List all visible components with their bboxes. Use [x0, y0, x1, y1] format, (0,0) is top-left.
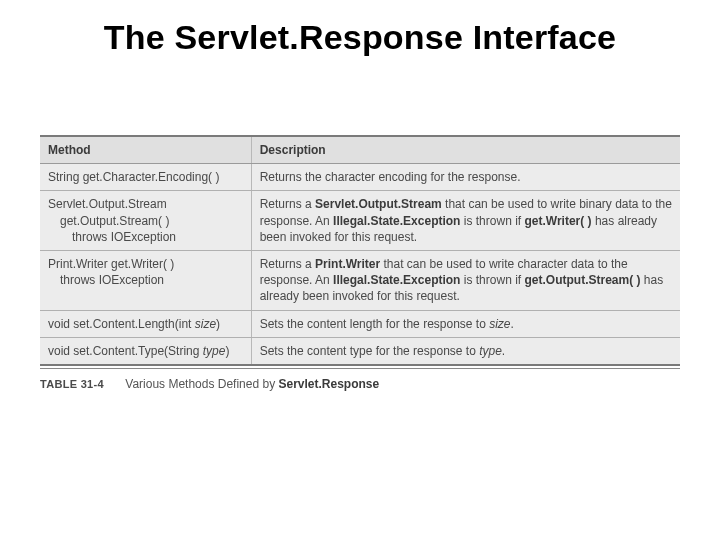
desc-text: Sets the content type for the response t… [260, 344, 479, 358]
desc-bold: Print.Writer [315, 257, 380, 271]
method-cell: Servlet.Output.Stream get.Output.Stream(… [40, 191, 251, 251]
method-line: ) [225, 344, 229, 358]
method-line: void set.Content.Type(String [48, 344, 203, 358]
caption-text: Various Methods Defined by [125, 377, 278, 391]
desc-text: Returns the character encoding for the r… [260, 170, 521, 184]
method-line: String get.Character.Encoding( ) [48, 170, 219, 184]
desc-text: Returns a [260, 197, 315, 211]
col-header-method: Method [40, 136, 251, 164]
caption-label: Table 31-4 [40, 378, 104, 390]
api-table: Method Description String get.Character.… [40, 135, 680, 366]
description-cell: Sets the content length for the response… [251, 310, 680, 337]
table-header-row: Method Description [40, 136, 680, 164]
desc-bold: Illegal.State.Exception [333, 214, 460, 228]
description-cell: Returns a Servlet.Output.Stream that can… [251, 191, 680, 251]
table-row: String get.Character.Encoding( ) Returns… [40, 164, 680, 191]
description-cell: Returns the character encoding for the r… [251, 164, 680, 191]
desc-bold: get.Output.Stream( ) [524, 273, 640, 287]
api-table-wrap: Method Description String get.Character.… [40, 135, 680, 391]
table-caption: Table 31-4 Various Methods Defined by Se… [40, 377, 680, 391]
table-row: Print.Writer get.Writer( ) throws IOExce… [40, 250, 680, 310]
desc-italic: size [489, 317, 510, 331]
method-cell: void set.Content.Length(int size) [40, 310, 251, 337]
desc-text: Sets the content length for the response… [260, 317, 489, 331]
desc-bold: get.Writer( ) [524, 214, 591, 228]
method-line: get.Output.Stream( ) [48, 213, 243, 229]
method-cell: void set.Content.Type(String type) [40, 337, 251, 365]
method-line: ) [216, 317, 220, 331]
caption-rule [40, 368, 680, 369]
desc-italic: type [479, 344, 502, 358]
col-header-description: Description [251, 136, 680, 164]
desc-bold: Servlet.Output.Stream [315, 197, 442, 211]
method-line: throws IOException [48, 272, 243, 288]
caption-bold: Servlet.Response [278, 377, 379, 391]
description-cell: Returns a Print.Writer that can be used … [251, 250, 680, 310]
method-cell: Print.Writer get.Writer( ) throws IOExce… [40, 250, 251, 310]
table-row: void set.Content.Type(String type) Sets … [40, 337, 680, 365]
desc-bold: Illegal.State.Exception [333, 273, 460, 287]
method-param: type [203, 344, 226, 358]
desc-text: Returns a [260, 257, 315, 271]
table-row: void set.Content.Length(int size) Sets t… [40, 310, 680, 337]
table-row: Servlet.Output.Stream get.Output.Stream(… [40, 191, 680, 251]
desc-text: is thrown if [460, 273, 524, 287]
method-line: throws IOException [48, 229, 243, 245]
slide: The Servlet.Response Interface Method De… [0, 0, 720, 540]
method-param: size [195, 317, 216, 331]
method-line: Print.Writer get.Writer( ) [48, 257, 174, 271]
description-cell: Sets the content type for the response t… [251, 337, 680, 365]
method-cell: String get.Character.Encoding( ) [40, 164, 251, 191]
desc-text: is thrown if [460, 214, 524, 228]
page-title: The Servlet.Response Interface [0, 18, 720, 57]
desc-text: . [511, 317, 514, 331]
method-line: void set.Content.Length(int [48, 317, 195, 331]
desc-text: . [502, 344, 505, 358]
method-line: Servlet.Output.Stream [48, 197, 167, 211]
